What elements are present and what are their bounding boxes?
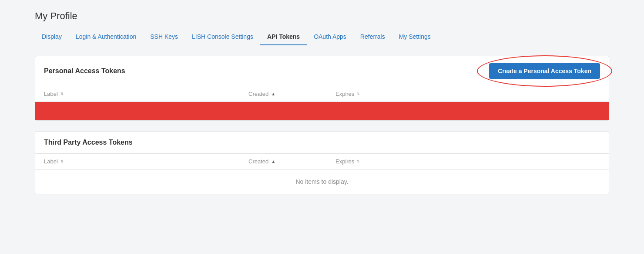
personal-tokens-expires-text: Expires: [335, 91, 354, 97]
third-party-tokens-label-text: Label: [44, 158, 58, 165]
third-party-created-sort-icon[interactable]: ▲: [271, 159, 275, 164]
tab-referrals[interactable]: Referrals: [353, 29, 392, 45]
create-token-button-wrapper: Create a Personal Access Token: [489, 63, 600, 79]
personal-tokens-label-text: Label: [44, 91, 58, 97]
third-party-tokens-expires-text: Expires: [335, 158, 354, 165]
tab-display[interactable]: Display: [35, 29, 69, 45]
tab-my-settings[interactable]: My Settings: [392, 29, 438, 45]
create-personal-access-token-button[interactable]: Create a Personal Access Token: [489, 63, 600, 79]
third-party-tokens-table-header: Label ⇅ Created ▲ Expires ⇅: [35, 154, 609, 169]
personal-access-tokens-section: Personal Access Tokens Create a Personal…: [35, 56, 609, 121]
tab-ssh-keys[interactable]: SSH Keys: [143, 29, 185, 45]
personal-tokens-label-col: Label ⇅: [44, 91, 248, 97]
personal-access-tokens-title: Personal Access Tokens: [44, 67, 125, 75]
third-party-access-tokens-section: Third Party Access Tokens Label ⇅ Create…: [35, 131, 609, 194]
tab-oauth-apps[interactable]: OAuth Apps: [307, 29, 353, 45]
tab-api-tokens[interactable]: API Tokens: [260, 29, 307, 45]
tabs-nav: Display Login & Authentication SSH Keys …: [35, 29, 609, 45]
third-party-tokens-empty-message: No items to display.: [35, 169, 609, 194]
tab-login-authentication[interactable]: Login & Authentication: [69, 29, 143, 45]
third-party-tokens-created-col: Created ▲: [248, 158, 335, 165]
personal-token-redacted-row: [35, 102, 609, 120]
personal-tokens-created-col: Created ▲: [248, 91, 335, 97]
third-party-expires-sort-icon[interactable]: ⇅: [357, 160, 360, 163]
third-party-access-tokens-header: Third Party Access Tokens: [35, 132, 609, 154]
third-party-tokens-created-text: Created: [248, 158, 268, 165]
tab-lish-console[interactable]: LISH Console Settings: [185, 29, 260, 45]
personal-access-tokens-header: Personal Access Tokens Create a Personal…: [35, 56, 609, 86]
label-sort-icon[interactable]: ⇅: [60, 92, 64, 96]
third-party-tokens-expires-col: Expires ⇅: [335, 158, 423, 165]
personal-tokens-table-header: Label ⇅ Created ▲ Expires ⇅: [35, 86, 609, 102]
third-party-access-tokens-title: Third Party Access Tokens: [44, 139, 133, 146]
expires-sort-icon[interactable]: ⇅: [357, 92, 360, 96]
personal-tokens-created-text: Created: [248, 91, 268, 97]
third-party-tokens-label-col: Label ⇅: [44, 158, 248, 165]
third-party-label-sort-icon[interactable]: ⇅: [60, 160, 64, 163]
created-sort-icon[interactable]: ▲: [271, 91, 275, 96]
page-title: My Profile: [35, 10, 609, 22]
personal-tokens-expires-col: Expires ⇅: [335, 91, 423, 97]
